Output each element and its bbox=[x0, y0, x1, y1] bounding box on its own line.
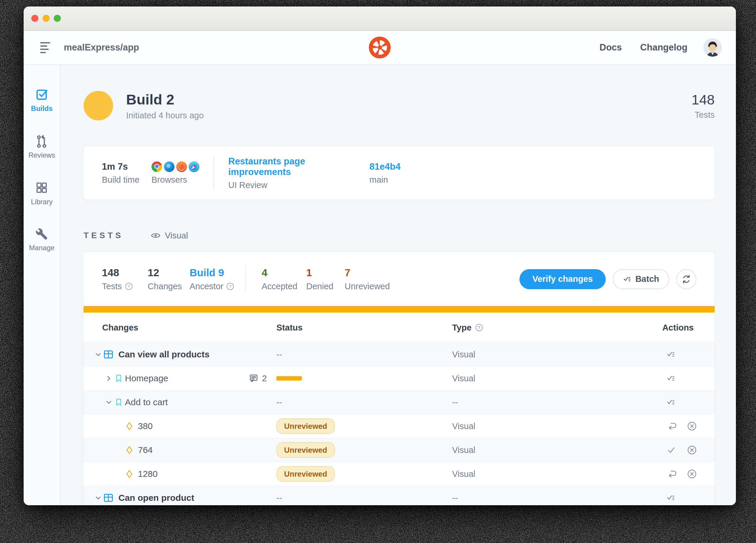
type-value: Visual bbox=[452, 350, 475, 359]
window-titlebar bbox=[24, 6, 736, 31]
main-content: Build 2 Initiated 4 hours ago 148 Tests … bbox=[61, 65, 736, 505]
minimize-window-button[interactable] bbox=[43, 15, 50, 22]
sidebar-item-builds[interactable]: Builds bbox=[31, 87, 53, 113]
type-value: Visual bbox=[452, 374, 475, 383]
tests-count-value: 148 bbox=[692, 92, 715, 108]
chevron-down-icon[interactable] bbox=[94, 350, 102, 358]
stat-ancestor: Build 9 Ancestor ? bbox=[190, 267, 239, 291]
snapshot-width: 764 bbox=[138, 445, 153, 455]
help-icon[interactable]: ? bbox=[226, 282, 234, 290]
comment-icon bbox=[249, 374, 258, 383]
test-name: Add to cart bbox=[125, 397, 168, 407]
type-value: -- bbox=[452, 397, 458, 407]
wrench-icon bbox=[35, 228, 48, 240]
menu-icon[interactable] bbox=[40, 42, 50, 53]
deny-circle-icon[interactable] bbox=[687, 421, 697, 431]
refresh-button[interactable] bbox=[676, 269, 696, 289]
eye-icon bbox=[151, 231, 161, 241]
status-badge: Unreviewed bbox=[276, 418, 335, 434]
table-header: Changes Status Type ? Actions bbox=[84, 312, 715, 342]
top-navbar: mealExpress/app Docs Changelog bbox=[24, 31, 736, 65]
deny-circle-icon[interactable] bbox=[687, 445, 697, 455]
close-window-button[interactable] bbox=[31, 15, 38, 22]
batch-actions-icon[interactable] bbox=[666, 350, 676, 359]
column-changes: Changes bbox=[102, 322, 138, 332]
sidebar-item-label: Library bbox=[31, 198, 53, 206]
build-time-value: 1m 7s bbox=[102, 162, 151, 172]
status-value: -- bbox=[276, 350, 282, 359]
user-avatar[interactable] bbox=[703, 38, 722, 57]
build-subtitle: Initiated 4 hours ago bbox=[126, 111, 204, 120]
tests-count-label: Tests bbox=[692, 110, 715, 120]
batch-actions-icon[interactable] bbox=[666, 374, 676, 383]
table-row[interactable]: Can open product -- -- bbox=[84, 486, 715, 505]
zoom-window-button[interactable] bbox=[54, 15, 61, 22]
review-title-link[interactable]: Restaurants page improvements bbox=[228, 156, 369, 177]
test-suite-icon bbox=[103, 349, 114, 360]
sidebar-item-manage[interactable]: Manage bbox=[29, 228, 55, 252]
visual-filter-label: Visual bbox=[165, 231, 188, 241]
status-value: -- bbox=[276, 493, 282, 503]
ancestor-build-link[interactable]: Build 9 bbox=[190, 267, 239, 278]
batch-check-icon bbox=[623, 275, 632, 283]
commit-link[interactable]: 81e4b4 bbox=[369, 162, 400, 172]
test-name: Homepage bbox=[125, 373, 168, 383]
build-summary-card: 1m 7s Build time bbox=[84, 146, 715, 200]
status-badge: Unreviewed bbox=[276, 466, 335, 482]
table-row[interactable]: Can view all products -- Visual bbox=[84, 342, 715, 366]
verify-changes-button[interactable]: Verify changes bbox=[519, 269, 606, 289]
sidebar-item-library[interactable]: Library bbox=[31, 181, 53, 206]
sidebar-item-label: Reviews bbox=[28, 151, 55, 159]
table-row[interactable]: 380 Unreviewed Visual bbox=[84, 414, 715, 438]
status-value: -- bbox=[276, 397, 282, 407]
snapshot-width: 380 bbox=[138, 421, 153, 431]
svg-text:?: ? bbox=[229, 284, 232, 289]
help-icon[interactable]: ? bbox=[475, 323, 483, 331]
batch-button[interactable]: Batch bbox=[613, 269, 669, 289]
chevron-right-icon[interactable] bbox=[105, 374, 113, 382]
table-row[interactable]: Homepage 2 Visual bbox=[84, 366, 715, 390]
type-value: Visual bbox=[452, 421, 475, 431]
test-name: Can view all products bbox=[118, 349, 209, 359]
type-value: Visual bbox=[452, 445, 475, 455]
deny-circle-icon[interactable] bbox=[687, 469, 697, 479]
app-logo-icon[interactable] bbox=[369, 37, 391, 58]
build-time: 1m 7s Build time bbox=[102, 162, 151, 185]
visual-filter[interactable]: Visual bbox=[151, 231, 188, 241]
batch-actions-icon[interactable] bbox=[666, 397, 676, 407]
status-progress bbox=[276, 376, 302, 381]
comments-indicator[interactable]: 2 bbox=[249, 373, 267, 383]
chevron-down-icon[interactable] bbox=[94, 494, 102, 502]
table-row[interactable]: 1280 Unreviewed Visual bbox=[84, 462, 715, 486]
sidebar-item-reviews[interactable]: Reviews bbox=[28, 135, 55, 159]
stat-changes: 12 Changes bbox=[148, 267, 190, 291]
chevron-down-icon[interactable] bbox=[105, 398, 113, 406]
stat-accepted: 4 Accepted bbox=[262, 267, 306, 291]
status-badge: Unreviewed bbox=[276, 442, 335, 458]
accept-check-icon[interactable] bbox=[666, 445, 676, 455]
snapshot-width: 1280 bbox=[138, 469, 158, 479]
tests-toolbar: Verify changes Batch bbox=[519, 269, 696, 289]
review-type-label: UI Review bbox=[228, 180, 369, 190]
app-window: mealExpress/app Docs Changelog bbox=[24, 6, 736, 505]
commit-info: 81e4b4 main bbox=[369, 162, 400, 185]
project-name: mealExpress/app bbox=[64, 42, 139, 53]
docs-link[interactable]: Docs bbox=[599, 42, 622, 53]
changelog-link[interactable]: Changelog bbox=[640, 42, 687, 53]
comments-count: 2 bbox=[262, 373, 267, 383]
stat-tests: 148 Tests ? bbox=[102, 267, 148, 291]
undo-icon[interactable] bbox=[666, 421, 676, 431]
table-row[interactable]: 764 Unreviewed Visual bbox=[84, 438, 715, 462]
status-progress-bar bbox=[276, 376, 302, 381]
type-value: Visual bbox=[452, 469, 475, 479]
review-info: Restaurants page improvements UI Review bbox=[228, 156, 369, 190]
page-title: Build 2 bbox=[126, 91, 204, 108]
grid-icon bbox=[35, 181, 48, 194]
batch-actions-icon[interactable] bbox=[666, 493, 676, 503]
help-icon[interactable]: ? bbox=[125, 282, 133, 290]
tests-heading: TESTS bbox=[84, 231, 123, 240]
table-row[interactable]: Add to cart -- -- bbox=[84, 390, 715, 414]
undo-icon[interactable] bbox=[666, 469, 676, 479]
stat-unreviewed: 7 Unreviewed bbox=[345, 267, 407, 291]
svg-text:?: ? bbox=[128, 284, 130, 289]
